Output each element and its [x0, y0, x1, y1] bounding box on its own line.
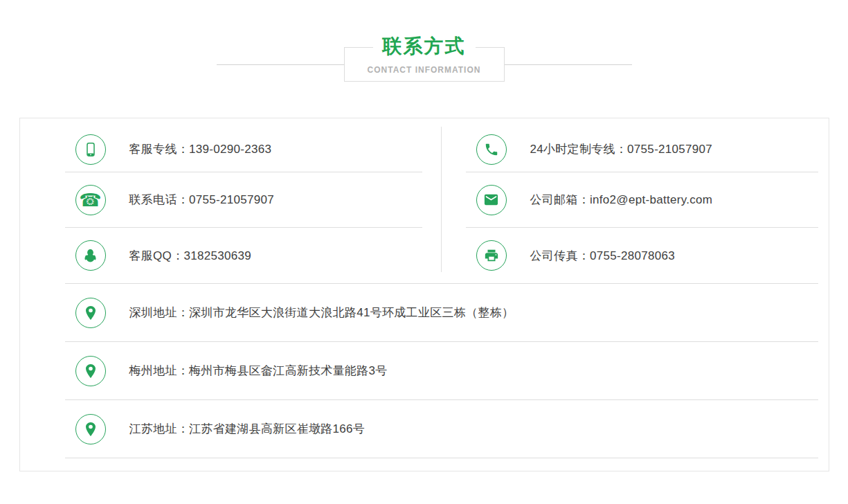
contact-columns: 客服专线：139-0290-2363 ☎ 联系电话：0755-21057907: [65, 127, 818, 283]
contact-value: 0755-21057907: [627, 143, 712, 156]
contact-label: 深圳地址：: [129, 306, 190, 319]
contact-value: 139-0290-2363: [189, 143, 271, 156]
column-divider: [441, 127, 442, 272]
contact-value: 江苏省建湖县高新区崔墩路166号: [189, 422, 365, 435]
contact-row-fax: 公司传真：0755-28078063: [466, 228, 818, 283]
location-pin-icon: [75, 298, 106, 328]
contact-text: 深圳地址：深圳市龙华区大浪街道大浪北路41号环成工业区三栋（整栋）: [129, 305, 514, 321]
address-row-shenzhen: 深圳地址：深圳市龙华区大浪街道大浪北路41号环成工业区三栋（整栋）: [65, 284, 818, 342]
page-title: 联系方式: [373, 33, 476, 60]
address-list: 深圳地址：深圳市龙华区大浪街道大浪北路41号环成工业区三栋（整栋） 梅州地址：梅…: [65, 283, 818, 458]
contact-text: 公司邮箱：info2@ept-battery.com: [530, 192, 713, 208]
contact-value: 0755-28078063: [590, 249, 675, 262]
contact-text: 梅州地址：梅州市梅县区畲江高新技术量能路3号: [129, 363, 388, 379]
page-subtitle: CONTACT INFORMATION: [345, 65, 504, 75]
contact-text: 24小时定制专线：0755-21057907: [530, 141, 713, 157]
contact-value: info2@ept-battery.com: [590, 193, 712, 206]
contact-label: 公司传真：: [530, 249, 590, 262]
contact-text: 公司传真：0755-28078063: [530, 248, 676, 264]
contact-label: 24小时定制专线：: [530, 143, 628, 156]
contact-value: 3182530639: [183, 249, 251, 262]
contact-label: 梅州地址：: [129, 364, 190, 377]
contact-panel: 客服专线：139-0290-2363 ☎ 联系电话：0755-21057907: [19, 118, 829, 471]
contact-text: 江苏地址：江苏省建湖县高新区崔墩路166号: [129, 421, 366, 437]
contact-label: 江苏地址：: [129, 422, 190, 435]
mobile-phone-icon: [75, 134, 106, 165]
contact-label: 客服专线：: [129, 143, 190, 156]
contact-value: 深圳市龙华区大浪街道大浪北路41号环成工业区三栋（整栋）: [189, 306, 514, 319]
contact-label: 公司邮箱：: [530, 193, 590, 206]
location-pin-icon: [75, 356, 106, 386]
contact-row-custom-hotline: 24小时定制专线：0755-21057907: [466, 127, 818, 172]
address-row-jiangsu: 江苏地址：江苏省建湖县高新区崔墩路166号: [65, 400, 818, 458]
section-header: 联系方式 CONTACT INFORMATION: [217, 47, 632, 82]
section-title-box: 联系方式 CONTACT INFORMATION: [344, 47, 505, 82]
contact-row-email: 公司邮箱：info2@ept-battery.com: [466, 172, 818, 228]
telephone-icon: ☎: [75, 185, 106, 215]
contact-label: 客服QQ：: [129, 249, 184, 262]
address-row-meizhou: 梅州地址：梅州市梅县区畲江高新技术量能路3号: [65, 342, 818, 400]
contact-page: 联系方式 CONTACT INFORMATION 客服专线：139-0290-2…: [0, 47, 848, 471]
envelope-icon: [476, 185, 507, 215]
contact-column-right: 24小时定制专线：0755-21057907 公司邮箱：info2@ept-ba…: [466, 127, 818, 283]
contact-text: 客服QQ：3182530639: [129, 248, 252, 264]
contact-text: 联系电话：0755-21057907: [129, 192, 275, 208]
contact-label: 联系电话：: [129, 193, 190, 206]
contact-row-qq: 客服QQ：3182530639: [65, 228, 422, 283]
contact-value: 梅州市梅县区畲江高新技术量能路3号: [189, 364, 388, 377]
contact-row-phone: ☎ 联系电话：0755-21057907: [65, 172, 422, 228]
contact-text: 客服专线：139-0290-2363: [129, 141, 272, 157]
fax-printer-icon: [476, 240, 507, 271]
location-pin-icon: [75, 414, 106, 444]
contact-value: 0755-21057907: [189, 193, 274, 206]
contact-column-left: 客服专线：139-0290-2363 ☎ 联系电话：0755-21057907: [65, 127, 422, 283]
contact-row-service-hotline: 客服专线：139-0290-2363: [65, 127, 422, 172]
phone-handset-icon: [476, 134, 507, 165]
qq-icon: [75, 240, 106, 271]
